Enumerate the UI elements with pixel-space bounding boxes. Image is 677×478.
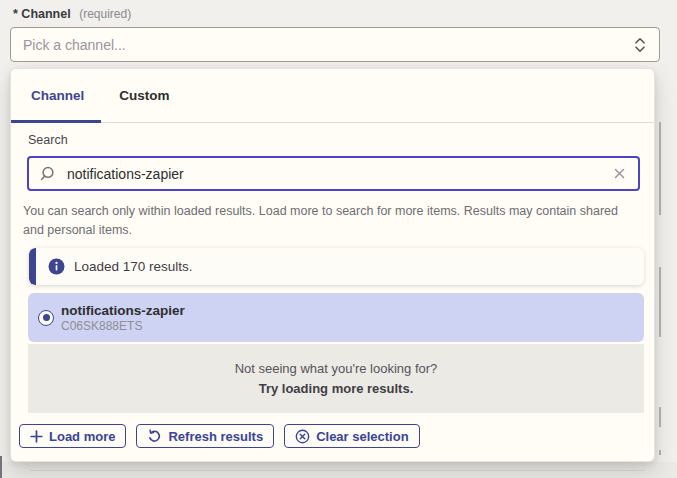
background-field-edge bbox=[659, 122, 661, 215]
search-input-wrapper bbox=[27, 156, 640, 191]
load-more-hint: Not seeing what you're looking for? Try … bbox=[28, 344, 644, 413]
channel-dropdown-panel: Channel Custom Search You can bbox=[10, 68, 655, 462]
required-note: (required) bbox=[79, 7, 131, 21]
background-container-edge bbox=[0, 456, 2, 478]
tab-custom[interactable]: Custom bbox=[101, 69, 185, 122]
tab-channel[interactable]: Channel bbox=[11, 69, 101, 122]
background-field-edge bbox=[30, 470, 645, 471]
search-icon bbox=[40, 166, 56, 182]
plus-icon bbox=[30, 430, 43, 443]
search-label: Search bbox=[28, 133, 68, 147]
tab-bar: Channel Custom bbox=[11, 69, 654, 123]
tab-channel-label: Channel bbox=[31, 88, 84, 103]
info-icon bbox=[48, 258, 65, 275]
background-field-edge bbox=[659, 407, 661, 427]
background-field-edge bbox=[659, 450, 661, 455]
footer-actions: Load more Refresh results bbox=[19, 424, 420, 448]
field-label-text: Channel bbox=[21, 7, 70, 21]
load-more-label: Load more bbox=[49, 429, 115, 444]
alert-accent-bar bbox=[29, 248, 36, 285]
search-input[interactable] bbox=[65, 165, 611, 183]
page: * Channel (required) Pick a channel... C… bbox=[0, 0, 677, 478]
refresh-results-label: Refresh results bbox=[168, 429, 263, 444]
refresh-icon bbox=[147, 429, 162, 444]
channel-option-selected[interactable]: notifications-zapier C06SK888ETS bbox=[28, 293, 644, 342]
search-helper-text: You can search only within loaded result… bbox=[23, 202, 641, 240]
tab-custom-label: Custom bbox=[119, 88, 169, 103]
hint-line-1: Not seeing what you're looking for? bbox=[28, 359, 644, 379]
info-alert: Loaded 170 results. bbox=[29, 248, 644, 285]
alert-text: Loaded 170 results. bbox=[74, 259, 193, 274]
load-more-button[interactable]: Load more bbox=[19, 424, 126, 448]
select-placeholder: Pick a channel... bbox=[23, 37, 633, 53]
channel-option-title: notifications-zapier bbox=[61, 303, 185, 318]
clear-selection-button[interactable]: Clear selection bbox=[284, 424, 420, 448]
channel-option-id: C06SK888ETS bbox=[61, 319, 185, 333]
required-asterisk: * bbox=[13, 7, 18, 21]
hint-line-2: Try loading more results. bbox=[28, 379, 644, 399]
up-down-chevrons-icon bbox=[633, 36, 647, 54]
clear-search-icon[interactable] bbox=[611, 165, 628, 182]
refresh-results-button[interactable]: Refresh results bbox=[136, 424, 274, 448]
radio-selected-icon bbox=[38, 310, 54, 326]
background-field-edge bbox=[659, 267, 661, 337]
clear-selection-label: Clear selection bbox=[316, 429, 409, 444]
x-circle-icon bbox=[295, 429, 310, 444]
channel-select[interactable]: Pick a channel... bbox=[10, 27, 660, 62]
field-label: * Channel (required) bbox=[13, 6, 131, 22]
